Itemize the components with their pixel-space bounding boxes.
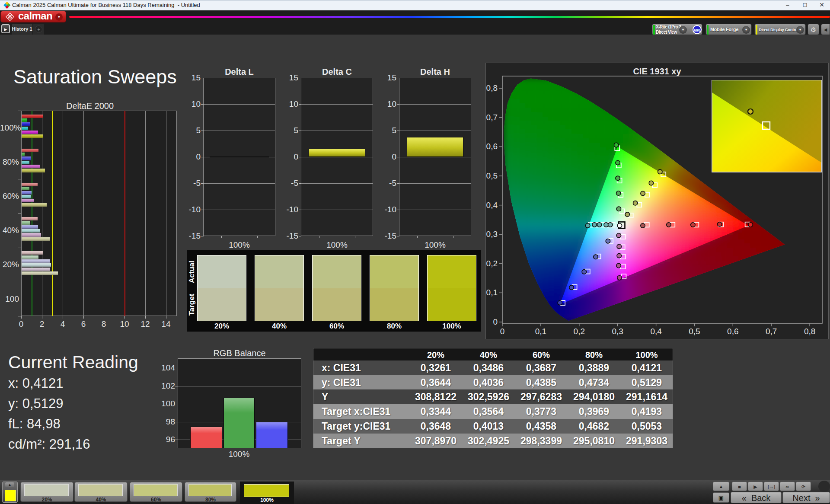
svg-text:0,6: 0,6 — [727, 327, 738, 336]
svg-text:0,3: 0,3 — [486, 230, 498, 239]
svg-text:0,1: 0,1 — [535, 327, 546, 336]
svg-text:0,3: 0,3 — [612, 327, 623, 336]
svg-text:0,7: 0,7 — [486, 113, 498, 122]
svg-text:0,8: 0,8 — [486, 83, 498, 93]
svg-text:0,5: 0,5 — [689, 327, 700, 336]
svg-text:0,4: 0,4 — [650, 327, 662, 336]
svg-text:0,6: 0,6 — [486, 142, 498, 151]
svg-text:0,5: 0,5 — [486, 171, 498, 180]
svg-text:0: 0 — [500, 327, 505, 336]
svg-text:0,7: 0,7 — [766, 327, 777, 336]
svg-text:0,4: 0,4 — [486, 201, 498, 210]
svg-text:0,2: 0,2 — [486, 259, 498, 268]
svg-text:0,8: 0,8 — [804, 327, 815, 336]
svg-text:0: 0 — [493, 317, 498, 326]
svg-text:0,2: 0,2 — [574, 327, 585, 336]
svg-text:0,1: 0,1 — [486, 288, 498, 297]
